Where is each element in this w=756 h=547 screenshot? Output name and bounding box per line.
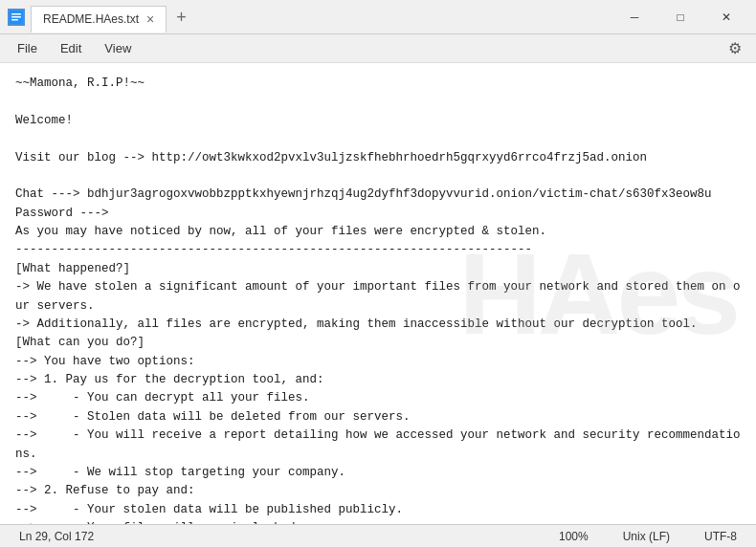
close-tab-button[interactable]: × [146,11,154,27]
maximize-button[interactable]: □ [658,2,702,33]
status-right: 100% Unix (LF) UTF-8 [551,530,745,543]
svg-rect-3 [11,19,18,21]
status-left: Ln 29, Col 172 [11,530,551,543]
line-ending: Unix (LF) [615,530,678,543]
minimize-button[interactable]: ─ [612,2,656,33]
window-controls: ─ □ ✕ [612,2,748,33]
editor-content[interactable]: ~~Mamona, R.I.P!~~ Welcome! Visit our bl… [15,75,741,524]
menu-bar: File Edit View ⚙ [0,34,756,63]
svg-rect-2 [11,16,21,18]
file-menu[interactable]: File [8,37,47,59]
app-icon [8,9,25,26]
status-bar: Ln 29, Col 172 100% Unix (LF) UTF-8 [0,524,756,547]
svg-rect-1 [11,13,21,15]
encoding: UTF-8 [697,530,745,543]
view-menu[interactable]: View [95,37,141,59]
tab-filename: README.HAes.txt [43,12,139,26]
settings-icon[interactable]: ⚙ [722,35,748,62]
add-tab-button[interactable]: + [170,7,192,28]
active-tab[interactable]: README.HAes.txt × [31,6,167,33]
cursor-position: Ln 29, Col 172 [11,530,101,543]
edit-menu[interactable]: Edit [51,37,91,59]
editor-area[interactable]: HAes ~~Mamona, R.I.P!~~ Welcome! Visit o… [0,63,756,524]
close-window-button[interactable]: ✕ [704,2,748,33]
title-bar: README.HAes.txt × + ─ □ ✕ [0,0,756,34]
menu-items: File Edit View [8,37,141,59]
zoom-level: 100% [551,530,596,543]
